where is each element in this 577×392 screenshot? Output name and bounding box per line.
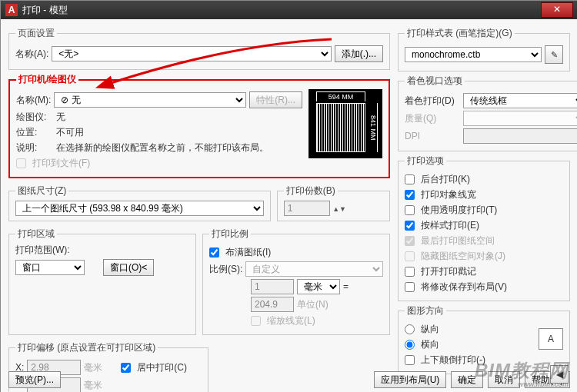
opt-savechanges-checkbox[interactable] — [405, 282, 415, 292]
scale-ratio-label: 比例(S): — [209, 263, 242, 276]
print-range-label: 打印范围(W): — [15, 244, 189, 257]
equals-label: = — [343, 281, 349, 292]
opt-background-checkbox[interactable] — [405, 174, 415, 184]
opt-paperspace-last-checkbox[interactable] — [405, 236, 415, 246]
spinner-icon[interactable]: ▲▼ — [332, 205, 346, 213]
desc-value: 在选择新的绘图仪配置名称之前，不能打印该布局。 — [56, 141, 268, 154]
scale-unit-input[interactable] — [251, 279, 294, 294]
window-pick-button[interactable]: 窗口(O)< — [103, 259, 154, 276]
options-group: 打印选项 后台打印(K) 打印对象线宽 使用透明度打印(T) 按样式打印(E) … — [398, 154, 570, 301]
close-button[interactable]: ✕ — [541, 2, 573, 18]
paper-size-select[interactable]: 上一个图纸尺寸 (593.98 x 840.99 毫米) — [15, 201, 264, 216]
drawing-units-input[interactable] — [251, 297, 294, 312]
page-setup-group: 页面设置 名称(A): <无> 添加(.)... — [8, 27, 390, 70]
printer-name-select[interactable]: ⊘ 无 — [54, 92, 246, 108]
quality-label: 质量(Q) — [405, 112, 460, 125]
plotter-value: 无 — [56, 111, 65, 124]
printer-name-label: 名称(M): — [16, 94, 51, 107]
apply-to-layout-button[interactable]: 应用到布局(U) — [374, 371, 447, 388]
opt-hide-paperspace-label: 隐藏图纸空间对象(J) — [421, 250, 505, 263]
print-to-file-label: 打印到文件(F) — [32, 157, 90, 170]
desc-label: 说明: — [16, 141, 53, 154]
preview-button[interactable]: 预览(P)... — [8, 371, 61, 388]
window-title: 打印 - 模型 — [22, 4, 68, 17]
printer-legend: 打印机/绘图仪 — [16, 73, 78, 86]
opt-hide-paperspace-checkbox[interactable] — [405, 251, 415, 261]
titlebar: A 打印 - 模型 ✕ — [1, 1, 577, 19]
quality-select[interactable] — [463, 111, 577, 126]
location-value: 不可用 — [56, 126, 84, 139]
shade-legend: 着色视口选项 — [405, 75, 465, 88]
scale-group: 打印比例 布满图纸(I) 比例(S): 自定义 毫米 — [202, 228, 390, 335]
app-icon: A — [5, 4, 18, 16]
printer-group: 打印机/绘图仪 名称(M): ⊘ 无 特性(R)... 绘图仪: 无 — [8, 73, 390, 178]
dpi-input[interactable] — [463, 128, 577, 144]
style-table-edit-button[interactable]: ✎ — [545, 45, 563, 64]
opt-bystyle-label: 按样式打印(E) — [421, 219, 479, 232]
shade-print-label: 着色打印(D) — [405, 95, 460, 108]
cancel-button[interactable]: 取消 — [488, 371, 520, 388]
opt-stamp-checkbox[interactable] — [405, 267, 415, 277]
copies-input[interactable] — [284, 201, 330, 216]
opt-transparency-checkbox[interactable] — [405, 205, 415, 215]
fit-to-paper-label: 布满图纸(I) — [225, 246, 271, 259]
portrait-radio[interactable] — [405, 324, 415, 334]
paper-preview: 594 MM 841 MM — [309, 89, 382, 158]
opt-bystyle-checkbox[interactable] — [405, 221, 415, 231]
print-area-legend: 打印区域 — [15, 228, 57, 241]
scale-legend: 打印比例 — [209, 228, 251, 241]
orientation-preview-icon: A — [539, 328, 563, 350]
upside-label: 上下颠倒打印(-) — [421, 354, 485, 367]
scale-lineweight-label: 缩放线宽(L) — [267, 314, 315, 327]
page-setup-legend: 页面设置 — [15, 27, 57, 40]
preview-width-label: 594 MM — [316, 91, 365, 101]
fit-to-paper-checkbox[interactable] — [209, 247, 219, 257]
drawing-units-label: 单位(N) — [297, 298, 329, 311]
page-name-label: 名称(A): — [15, 48, 48, 61]
style-table-select[interactable]: monochrome.ctb — [405, 47, 542, 62]
opt-stamp-label: 打开打印戳记 — [421, 265, 476, 278]
preview-height-label: 841 MM — [366, 103, 378, 152]
scale-unit-select[interactable]: 毫米 — [297, 279, 340, 294]
options-legend: 打印选项 — [405, 154, 446, 168]
copies-legend: 打印份数(B) — [284, 184, 338, 198]
opt-paperspace-last-label: 最后打印图纸空间 — [421, 234, 495, 247]
opt-lineweights-label: 打印对象线宽 — [421, 188, 476, 201]
dpi-label: DPI — [405, 131, 460, 141]
style-table-group: 打印样式表 (画笔指定)(G) monochrome.ctb ✎ — [398, 27, 570, 71]
landscape-radio[interactable] — [405, 340, 415, 350]
opt-savechanges-label: 将修改保存到布局(V) — [421, 281, 507, 294]
print-to-file-checkbox[interactable] — [16, 158, 26, 168]
orientation-group: 图形方向 纵向 横向 上下颠倒打印(-) A — [398, 304, 570, 374]
page-name-select[interactable]: <无> — [52, 46, 331, 61]
opt-background-label: 后台打印(K) — [421, 173, 470, 186]
scale-ratio-select[interactable]: 自定义 — [245, 261, 383, 277]
print-area-group: 打印区域 打印范围(W): 窗口 窗口(O)< — [8, 228, 196, 335]
landscape-label: 横向 — [421, 338, 439, 351]
scale-lineweight-checkbox[interactable] — [251, 316, 261, 326]
paper-size-legend: 图纸尺寸(Z) — [15, 184, 68, 198]
upside-checkbox[interactable] — [405, 355, 415, 365]
opt-transparency-label: 使用透明度打印(T) — [421, 204, 497, 217]
paper-size-group: 图纸尺寸(Z) 上一个图纸尺寸 (593.98 x 840.99 毫米) — [8, 184, 271, 221]
offset-legend: 打印偏移 (原点设置在可打印区域) — [15, 341, 158, 354]
style-table-legend: 打印样式表 (画笔指定)(G) — [405, 27, 515, 40]
shade-group: 着色视口选项 着色打印(D) 传统线框 质量(Q) DPI — [398, 75, 577, 151]
location-label: 位置: — [16, 126, 53, 139]
printer-props-button[interactable]: 特性(R)... — [249, 91, 302, 108]
orientation-legend: 图形方向 — [405, 304, 446, 317]
plotter-label: 绘图仪: — [16, 111, 53, 124]
print-range-select[interactable]: 窗口 — [15, 260, 85, 275]
ok-button[interactable]: 确定 — [451, 371, 483, 388]
opt-lineweights-checkbox[interactable] — [405, 190, 415, 200]
add-page-button[interactable]: 添加(.)... — [335, 45, 383, 62]
chevron-left-icon: ◀ — [556, 369, 563, 380]
pencil-icon: ✎ — [551, 50, 558, 60]
portrait-label: 纵向 — [421, 323, 439, 336]
shade-print-select[interactable]: 传统线框 — [463, 93, 577, 108]
copies-group: 打印份数(B) ▲▼ — [277, 184, 390, 221]
expand-button[interactable]: ◀ — [550, 365, 569, 384]
